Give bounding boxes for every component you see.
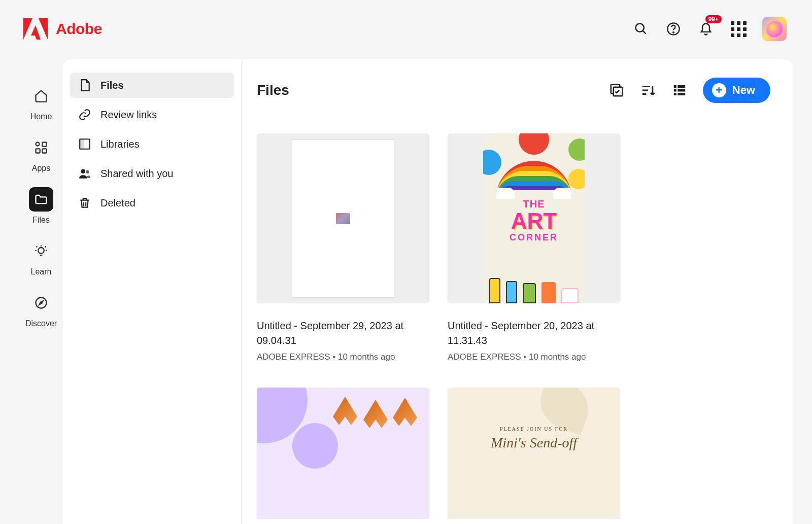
file-grid: Untitled - September 29, 2023 at 09.04.3…	[257, 133, 770, 519]
secondary-nav-panel: Files Review links Libraries Shared with…	[63, 59, 242, 524]
adobe-logo-icon	[23, 18, 48, 40]
list-view-icon[interactable]	[671, 82, 688, 98]
file-card[interactable]: Untitled - September 29, 2023 at 09.04.3…	[257, 133, 429, 362]
panel-item-review-links[interactable]: Review links	[70, 102, 234, 127]
notification-badge: 99+	[705, 15, 722, 23]
avatar[interactable]	[762, 17, 787, 41]
document-icon	[78, 79, 91, 92]
file-meta: ADOBE EXPRESS • 10 months ago	[448, 352, 620, 362]
file-card[interactable]	[257, 388, 429, 519]
sort-icon[interactable]	[640, 82, 656, 98]
rail-label: Apps	[32, 164, 50, 173]
file-thumbnail: THE ART CORNER	[448, 133, 620, 303]
lightbulb-icon	[29, 239, 53, 263]
rail-label: Learn	[31, 267, 52, 276]
plus-icon: +	[712, 83, 726, 97]
compass-icon	[29, 291, 53, 315]
svg-point-20	[86, 170, 89, 174]
svg-point-19	[81, 169, 85, 173]
file-thumbnail	[257, 388, 429, 519]
app-switcher-icon[interactable]	[730, 20, 747, 38]
panel-item-shared[interactable]: Shared with you	[70, 161, 234, 186]
panel-item-label: Files	[100, 80, 124, 91]
svg-point-0	[636, 24, 644, 32]
new-button-label: New	[732, 84, 755, 97]
svg-line-1	[643, 31, 646, 34]
file-thumbnail	[257, 133, 429, 303]
apps-icon	[29, 135, 53, 160]
svg-rect-30	[674, 93, 676, 95]
folder-icon	[29, 187, 53, 212]
home-icon	[29, 84, 53, 108]
panel-item-files[interactable]: Files	[70, 73, 234, 98]
file-card[interactable]: THE ART CORNER Untitled - September 20, …	[448, 133, 620, 362]
svg-rect-6	[36, 149, 40, 153]
link-icon	[78, 108, 91, 121]
people-icon	[78, 167, 91, 180]
rail-label: Home	[30, 112, 52, 121]
panel-item-label: Review links	[100, 109, 157, 121]
new-button[interactable]: + New	[703, 78, 770, 103]
panel-item-libraries[interactable]: Libraries	[70, 131, 234, 157]
svg-rect-32	[678, 89, 685, 92]
rail-label: Files	[32, 216, 50, 225]
rail-item-discover[interactable]: Discover	[25, 291, 57, 328]
main-content: Files + New	[242, 59, 793, 524]
brand[interactable]: Adobe	[23, 18, 102, 40]
rail-item-apps[interactable]: Apps	[29, 135, 53, 173]
rail-item-files[interactable]: Files	[29, 187, 53, 225]
svg-rect-31	[678, 85, 685, 88]
libraries-icon	[78, 137, 91, 151]
nav-rail: Home Apps Files Learn	[19, 59, 63, 524]
file-title: Untitled - September 29, 2023 at 09.04.3…	[257, 319, 429, 348]
trash-icon	[78, 196, 91, 209]
search-icon[interactable]	[632, 20, 650, 38]
svg-point-3	[673, 32, 674, 33]
file-meta: ADOBE EXPRESS • 10 months ago	[257, 352, 429, 362]
svg-line-13	[45, 247, 46, 248]
rail-label: Discover	[25, 319, 57, 328]
svg-point-4	[36, 143, 40, 146]
file-title: Untitled - September 20, 2023 at 11.31.4…	[448, 319, 620, 348]
header-bar: Adobe 99+	[19, 11, 793, 47]
svg-rect-28	[674, 85, 676, 88]
rail-item-home[interactable]: Home	[29, 84, 53, 121]
panel-item-deleted[interactable]: Deleted	[70, 190, 234, 216]
panel-item-label: Deleted	[100, 197, 136, 209]
page-title: Files	[257, 82, 289, 98]
rail-item-learn[interactable]: Learn	[29, 239, 53, 276]
svg-rect-18	[80, 139, 84, 149]
file-thumbnail: Please join us for Mini's Send-off	[448, 388, 620, 519]
panel-item-label: Shared with you	[100, 168, 173, 180]
svg-point-8	[38, 248, 44, 254]
main-tools: + New	[608, 78, 770, 103]
svg-rect-7	[42, 149, 46, 153]
select-mode-icon[interactable]	[608, 82, 625, 98]
notifications-icon[interactable]: 99+	[697, 20, 715, 38]
panel-item-label: Libraries	[100, 138, 140, 150]
svg-marker-16	[39, 301, 43, 305]
brand-name: Adobe	[56, 20, 102, 38]
help-icon[interactable]	[665, 20, 682, 38]
svg-rect-5	[42, 143, 46, 147]
svg-rect-33	[678, 93, 685, 95]
svg-rect-29	[674, 89, 676, 92]
svg-line-12	[37, 247, 38, 248]
main-header: Files + New	[257, 78, 770, 103]
header-actions: 99+	[632, 17, 787, 41]
file-card[interactable]: Please join us for Mini's Send-off	[448, 388, 620, 519]
